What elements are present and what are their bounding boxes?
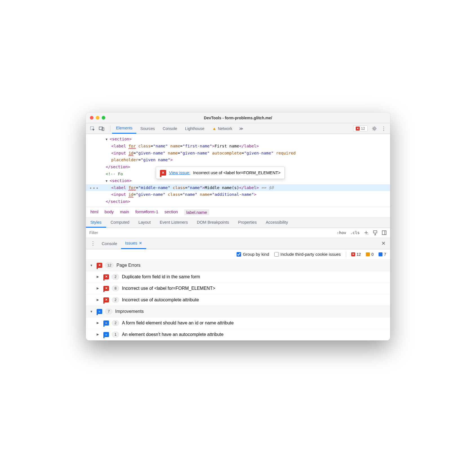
third-party-checkbox[interactable]: Include third-party cookie issues [274,252,341,257]
subtab-styles[interactable]: Styles [86,218,106,228]
issue-row[interactable]: ▶≡1An element doesn't have an autocomple… [86,329,390,340]
minimize-window-button[interactable] [96,116,99,120]
group-by-kind-checkbox[interactable]: Group by kind [237,252,269,257]
crumb-html[interactable]: html [90,209,98,215]
dom-line[interactable]: <input id="given-name" name="given-name"… [86,150,390,157]
zoom-window-button[interactable] [102,116,105,120]
issue-count: 2 [112,297,119,303]
error-bubble-icon: ✕ [103,297,109,302]
paint-icon[interactable] [373,230,378,235]
inspect-icon[interactable] [90,126,95,131]
error-count: ✕12 [351,252,361,257]
subtab-computed[interactable]: Computed [106,218,134,228]
panel-toggle-icon[interactable] [382,230,387,235]
panel-tabs: Elements Sources Console Lighthouse ▲Net… [112,123,236,134]
info-bubble-icon: ≡ [103,320,109,326]
breadcrumb: html body main form#form-1 section label… [86,207,390,218]
issue-title: Duplicate form field id in the same form [122,274,200,279]
issue-row[interactable]: ▶≡2A form field element should have an i… [86,317,390,329]
issue-title: An element doesn't have an autocomplete … [122,332,224,337]
tab-network[interactable]: ▲Network [208,123,236,134]
dom-line[interactable]: ▼<section> [86,136,390,143]
main-toolbar: Elements Sources Console Lighthouse ▲Net… [86,123,390,134]
warning-count: 0 [366,252,373,257]
window-title: DevTools - form-problems.glitch.me/ [86,116,390,120]
issue-category[interactable]: ▼≡7Improvements [86,306,390,317]
drawer-menu-icon[interactable]: ⋮ [88,240,98,246]
close-window-button[interactable] [90,116,94,120]
issue-title: Incorrect use of <label for=FORM_ELEMENT… [122,286,215,291]
subtab-properties[interactable]: Properties [233,218,261,228]
subtab-layout[interactable]: Layout [134,218,155,228]
subtab-event-listeners[interactable]: Event Listeners [155,218,192,228]
issue-row[interactable]: ▶✕2Incorrect use of autocomplete attribu… [86,294,390,306]
issue-count: 1 [112,332,119,337]
category-title: Improvements [115,309,144,314]
svg-point-3 [373,128,375,129]
category-count: 12 [105,263,114,268]
kebab-menu-icon[interactable]: ⋮ [381,125,386,132]
error-bubble-icon: ✕ [103,274,109,279]
error-icon: ✕ [356,127,360,131]
tab-elements[interactable]: Elements [112,123,136,134]
svg-rect-5 [382,231,386,235]
category-title: Page Errors [116,263,140,268]
traffic-lights [90,116,105,120]
drawer-tabs: ⋮ Console Issues✕ ✕ [86,238,390,249]
elements-tree[interactable]: ✕ View issue: Incorrect use of <label fo… [86,134,390,207]
gear-icon[interactable] [372,126,377,131]
filter-input[interactable] [89,230,334,235]
drawer-tab-console[interactable]: Console [98,238,121,249]
tooltip-text: Incorrect use of <label for=FORM_ELEMENT… [193,169,281,176]
devtools-window: DevTools - form-problems.glitch.me/ Elem… [86,113,390,340]
styles-subtabs: Styles Computed Layout Event Listeners D… [86,218,390,228]
dom-line[interactable]: placeholder="given name"> [86,156,390,163]
issue-category[interactable]: ▼✕12Page Errors [86,260,390,271]
line-actions-icon[interactable]: ••• [89,185,99,192]
cls-toggle[interactable]: .cls [350,230,360,235]
crumb-form[interactable]: form#form-1 [135,209,158,215]
error-bubble-icon: ✕ [97,263,102,268]
crumb-body[interactable]: body [104,209,114,215]
hov-toggle[interactable]: :hov [337,230,346,235]
warning-icon: ▲ [212,126,217,131]
crumb-main[interactable]: main [120,209,129,215]
info-count: 7 [379,252,386,257]
crumb-label[interactable]: label.name [184,209,209,215]
info-bubble-icon: ≡ [103,332,109,337]
view-issue-link[interactable]: View issue: [169,169,190,176]
subtab-dom-breakpoints[interactable]: DOM Breakpoints [192,218,233,228]
issues-toolbar: Group by kind Include third-party cookie… [86,249,390,260]
tab-lighthouse[interactable]: Lighthouse [181,123,208,134]
crumb-section[interactable]: section [164,209,178,215]
issue-count: 2 [112,274,119,280]
info-bubble-icon: ≡ [97,309,102,314]
dom-line[interactable]: <input id="given-name" class="name" name… [86,191,390,198]
error-bubble-icon: ✕ [103,286,109,291]
tab-console[interactable]: Console [159,123,181,134]
tab-sources[interactable]: Sources [136,123,159,134]
issue-title: Incorrect use of autocomplete attribute [122,297,199,302]
svg-rect-4 [373,231,377,233]
dom-line[interactable]: </section> [86,198,390,205]
issues-list: ▼✕12Page Errors▶✕2Duplicate form field i… [86,260,390,340]
category-count: 7 [105,309,112,314]
issue-row[interactable]: ▶✕2Duplicate form field id in the same f… [86,271,390,283]
drawer-tab-issues[interactable]: Issues✕ [121,238,146,249]
close-tab-icon[interactable]: ✕ [139,241,142,245]
dom-line[interactable]: <label for class="name" name="first-name… [86,143,390,150]
styles-filter-row: :hov .cls [86,228,390,238]
issue-count: 2 [112,320,119,326]
issue-title: A form field element should have an id o… [122,320,234,326]
subtab-accessibility[interactable]: Accessibility [261,218,292,228]
add-rule-icon[interactable] [364,230,369,235]
titlebar: DevTools - form-problems.glitch.me/ [86,113,390,123]
device-toggle-icon[interactable] [99,126,104,131]
error-bubble-icon: ✕ [160,170,166,176]
dom-line[interactable]: <label for="middle-name" class="name">Mi… [86,184,390,191]
issue-row[interactable]: ▶✕8Incorrect use of <label for=FORM_ELEM… [86,283,390,294]
drawer-close-icon[interactable]: ✕ [379,240,388,246]
more-tabs-button[interactable]: ≫ [236,126,246,131]
error-count-badge[interactable]: ✕ 12 [353,125,368,131]
svg-rect-2 [102,128,104,131]
